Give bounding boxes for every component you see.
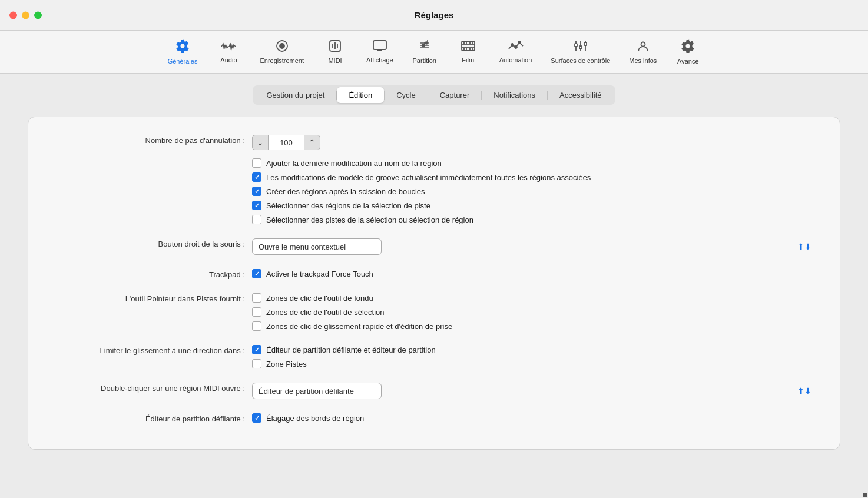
checkbox-row-4: Sélectionner des régions de la sélection… xyxy=(252,201,816,210)
avance-icon xyxy=(681,39,695,57)
checkbox-label-3: Créer des régions après la scission de b… xyxy=(266,187,425,196)
tab-capturer[interactable]: Capturer xyxy=(428,87,482,103)
generales-icon xyxy=(175,39,190,57)
svg-point-37 xyxy=(863,493,867,497)
limit-cb-label-2: Zone Pistes xyxy=(266,360,307,368)
midi-icon xyxy=(329,39,342,56)
toolbar-mesinfos-label: Mes infos xyxy=(629,57,657,64)
sub-tabs: Gestion du projet Édition Cycle Capturer… xyxy=(253,85,615,105)
checkbox-label-4: Sélectionner des régions de la sélection… xyxy=(266,201,430,210)
toolbar-automation-label: Automation xyxy=(499,57,532,64)
toolbar-midi-label: MIDI xyxy=(328,57,342,64)
toolbar-item-film[interactable]: Film xyxy=(448,36,489,67)
settings-panel: Nombre de pas d'annulation : ⌄ 100 ⌃ Ajo… xyxy=(28,117,840,450)
checkboxes-controls: Ajouter la dernière modification au nom … xyxy=(252,158,816,224)
limit-cb-2[interactable] xyxy=(252,359,261,368)
svg-rect-33 xyxy=(575,44,577,47)
svg-rect-34 xyxy=(579,46,582,49)
toolbar-audio-label: Audio xyxy=(220,57,237,64)
checkbox-1[interactable] xyxy=(252,158,261,168)
limit-slide-label: Limiter le glissement à une direction da… xyxy=(52,345,252,355)
toolbar-item-surfaces[interactable]: Surfaces de contrôle xyxy=(542,36,618,68)
checkboxes-group: Ajouter la dernière modification au nom … xyxy=(52,158,816,224)
doubleclick-dropdown[interactable]: Éditeur de partition défilante Éditeur d… xyxy=(252,383,382,399)
toolbar-item-generales[interactable]: Générales xyxy=(160,35,206,68)
tab-gestion[interactable]: Gestion du projet xyxy=(254,87,336,103)
trackpad-label: Trackpad : xyxy=(52,269,252,279)
limit-cb-1[interactable] xyxy=(252,345,261,354)
pointer-cb-3[interactable] xyxy=(252,321,261,331)
mesinfos-icon xyxy=(637,39,650,56)
toolbar-avance-label: Avancé xyxy=(677,58,699,65)
checkbox-row-3: Créer des régions après la scission de b… xyxy=(252,187,816,196)
rightclick-dropdown-wrapper: Ouvre le menu contextuel Zoom ⬆⬇ xyxy=(252,238,816,255)
tab-cycle[interactable]: Cycle xyxy=(385,87,428,103)
doubleclick-label: Double-cliquer sur une région MIDI ouvre… xyxy=(52,383,252,393)
affichage-icon xyxy=(373,40,387,55)
checkbox-row-2: Les modifications de modèle de groove ac… xyxy=(252,172,816,182)
checkbox-label-2: Les modifications de modèle de groove ac… xyxy=(266,173,591,182)
undo-value: 100 xyxy=(269,135,304,150)
toolbar-item-automation[interactable]: Automation xyxy=(491,36,541,67)
svg-point-36 xyxy=(641,42,645,47)
dropdown-arrow-doubleclick: ⬆⬇ xyxy=(797,386,811,396)
minimize-button[interactable] xyxy=(22,11,29,19)
svg-point-28 xyxy=(515,46,517,48)
toolbar-item-avance[interactable]: Avancé xyxy=(667,35,708,68)
svg-rect-35 xyxy=(584,42,587,45)
checkbox-label-5: Sélectionner des pistes de la sélection … xyxy=(266,215,473,224)
close-button[interactable] xyxy=(9,11,17,19)
pointer-cb-row-1: Zones de clic de l'outil de fondu xyxy=(252,293,816,303)
pointer-cb-label-2: Zones de clic de l'outil de sélection xyxy=(266,308,384,317)
toolbar-item-midi[interactable]: MIDI xyxy=(314,36,356,68)
window-title: Réglages xyxy=(415,10,454,20)
toolbar-item-affichage[interactable]: Affichage xyxy=(358,36,402,67)
pointer-cb-1[interactable] xyxy=(252,293,261,303)
undo-stepper-up[interactable]: ⌃ xyxy=(304,135,320,150)
checkbox-3[interactable] xyxy=(252,187,261,196)
undo-row: Nombre de pas d'annulation : ⌄ 100 ⌃ xyxy=(52,135,816,150)
tab-accessibilite[interactable]: Accessibilité xyxy=(548,87,614,103)
checkbox-row-1: Ajouter la dernière modification au nom … xyxy=(252,158,816,168)
pointer-cb-row-2: Zones de clic de l'outil de sélection xyxy=(252,307,816,317)
toolbar-affichage-label: Affichage xyxy=(366,57,393,64)
tab-edition[interactable]: Édition xyxy=(337,87,384,103)
rightclick-row: Bouton droit de la souris : Ouvre le men… xyxy=(52,238,816,255)
rightclick-dropdown[interactable]: Ouvre le menu contextuel Zoom xyxy=(252,238,382,255)
main-content: Gestion du projet Édition Cycle Capturer… xyxy=(0,74,868,498)
tab-notifications[interactable]: Notifications xyxy=(482,87,547,103)
pointer-cb-2[interactable] xyxy=(252,307,261,317)
checkbox-5[interactable] xyxy=(252,215,261,224)
checkbox-row-5: Sélectionner des pistes de la sélection … xyxy=(252,215,816,224)
pointer-tool-row: L'outil Pointeur dans Pistes fournit : Z… xyxy=(52,293,816,331)
toolbar-item-enregistrement[interactable]: Enregistrement xyxy=(251,36,312,68)
undo-controls: ⌄ 100 ⌃ xyxy=(252,135,816,150)
score-cb[interactable] xyxy=(252,413,261,423)
toolbar-item-partition[interactable]: Partition xyxy=(404,36,445,68)
svg-point-29 xyxy=(518,41,521,44)
checkbox-2[interactable] xyxy=(252,172,261,182)
undo-label: Nombre de pas d'annulation : xyxy=(52,135,252,145)
limit-slide-row: Limiter le glissement à une direction da… xyxy=(52,345,816,368)
toolbar: Générales Audio Enregistrement MIDI Affi… xyxy=(0,31,868,74)
rightclick-label: Bouton droit de la souris : xyxy=(52,238,252,248)
pointer-cb-label-3: Zones de clic de glissement rapide et d'… xyxy=(266,322,452,331)
surfaces-icon xyxy=(574,39,588,56)
trackpad-checkbox[interactable] xyxy=(252,269,261,278)
dropdown-arrow-rightclick: ⬆⬇ xyxy=(797,242,811,251)
doubleclick-dropdown-wrapper: Éditeur de partition défilante Éditeur d… xyxy=(252,383,816,399)
svg-point-27 xyxy=(511,44,513,46)
title-bar: Réglages xyxy=(0,0,868,31)
checkbox-4[interactable] xyxy=(252,201,261,210)
toolbar-item-audio[interactable]: Audio xyxy=(208,36,249,67)
maximize-button[interactable] xyxy=(34,11,42,19)
svg-rect-6 xyxy=(373,41,386,49)
toolbar-partition-label: Partition xyxy=(413,57,436,64)
toolbar-film-label: Film xyxy=(462,57,474,64)
score-editor-label: Éditeur de partition défilante : xyxy=(52,413,252,423)
toolbar-generales-label: Générales xyxy=(168,58,198,65)
trackpad-checkbox-row: Activer le trackpad Force Touch xyxy=(252,269,816,278)
toolbar-item-mesinfos[interactable]: Mes infos xyxy=(621,36,665,68)
undo-stepper-down[interactable]: ⌄ xyxy=(252,135,269,150)
score-editor-row: Éditeur de partition défilante : Élagage… xyxy=(52,413,816,423)
